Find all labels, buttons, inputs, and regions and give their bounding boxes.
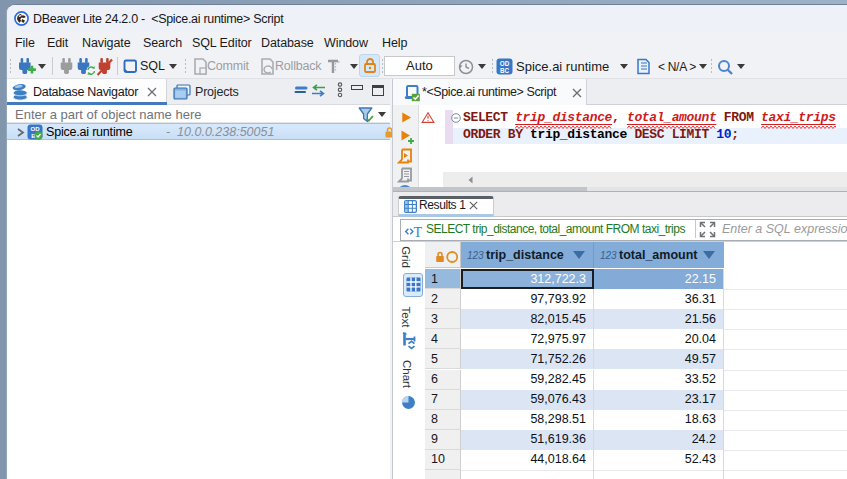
svg-text:OD: OD (31, 126, 41, 132)
svg-text:BC: BC (500, 67, 510, 74)
svg-text:OD: OD (500, 60, 510, 67)
svg-text:T: T (414, 225, 423, 240)
